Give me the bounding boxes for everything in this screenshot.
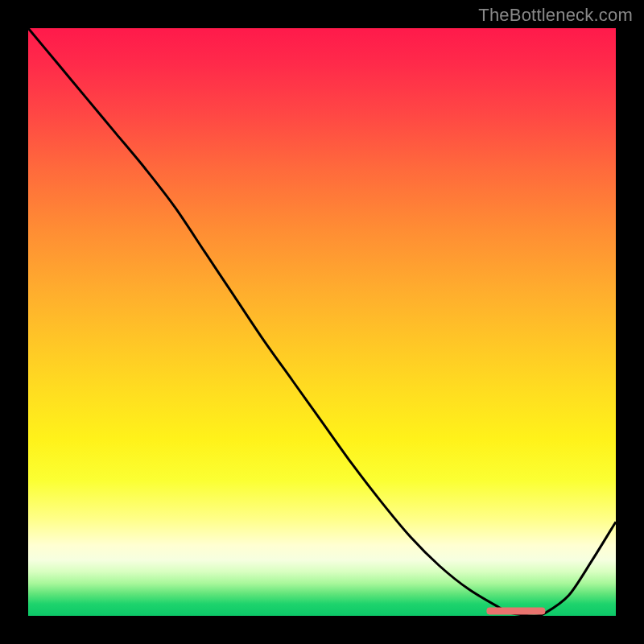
optimal-range-marker [486,607,545,614]
chart-stage: TheBottleneck.com [0,0,644,644]
plot-svg [28,28,616,616]
plot-area [28,28,616,616]
bottleneck-curve [28,28,616,616]
attribution-text: TheBottleneck.com [478,5,633,26]
